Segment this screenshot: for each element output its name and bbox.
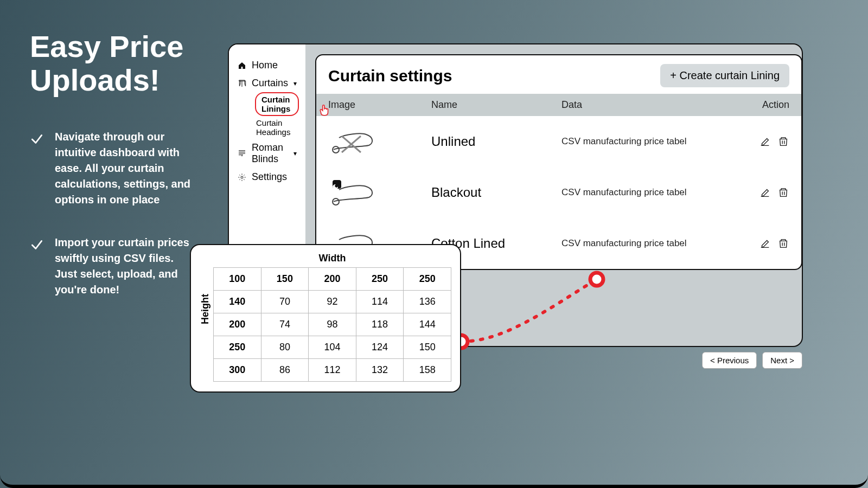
price-table-header-row: 100 150 200 250 250 (214, 268, 451, 291)
sidebar-item-roman-blinds[interactable]: Roman Blinds ▾ (235, 139, 299, 168)
price-cell: 80 (261, 336, 309, 359)
price-col-header: 250 (404, 268, 451, 291)
price-table-popup: Height Width 100 150 200 250 250 140 70 … (190, 244, 461, 393)
trash-icon[interactable] (777, 136, 789, 147)
sidebar-sub-curtain-linings[interactable]: Curtain Linings (255, 92, 299, 116)
lining-thumbnail (328, 179, 377, 206)
price-cell: 70 (261, 291, 309, 313)
col-image: Image (328, 99, 431, 111)
price-table: 100 150 200 250 250 140 70 92 114 136 20… (213, 267, 451, 382)
price-cell: 136 (404, 291, 451, 313)
price-row-header: 140 (214, 291, 261, 313)
sidebar-item-label: Settings (252, 171, 297, 183)
row-name: Blackout (431, 185, 561, 200)
price-cell: 74 (261, 313, 309, 336)
price-row-header: 300 (214, 359, 261, 382)
edit-icon[interactable] (759, 136, 771, 147)
promo-bullet-text: Import your curtain prices swiftly using… (55, 235, 198, 298)
check-icon (30, 129, 45, 146)
price-col-header: 250 (356, 268, 404, 291)
settings-panel: Curtain settings + Create curtain Lining… (315, 54, 802, 270)
gear-icon (238, 173, 246, 182)
svg-point-1 (333, 146, 339, 153)
home-icon (238, 61, 246, 70)
svg-point-3 (333, 198, 339, 205)
pointer-cursor-icon (317, 103, 331, 117)
pager: < Previous Next > (702, 352, 802, 369)
promo-section: Easy Price Uploads! Navigate through our… (30, 30, 198, 325)
price-table-row: 200 74 98 118 144 (214, 313, 451, 336)
col-name: Name (431, 99, 561, 111)
sidebar-item-label: Home (252, 60, 297, 71)
col-data: Data (561, 99, 741, 111)
price-cell: 144 (404, 313, 451, 336)
price-cell: 104 (309, 336, 356, 359)
sidebar-sub-curtain-headings[interactable]: Curtain Headings (255, 116, 299, 139)
price-cell: 112 (309, 359, 356, 382)
sidebar-item-curtains[interactable]: Curtains ▾ (235, 74, 299, 92)
previous-button[interactable]: < Previous (702, 352, 757, 369)
price-row-header: 250 (214, 336, 261, 359)
blinds-icon (238, 149, 246, 158)
price-table-row: 300 86 112 132 158 (214, 359, 451, 382)
edit-icon[interactable] (759, 237, 771, 249)
promo-headline: Easy Price Uploads! (30, 30, 198, 97)
lining-thumbnail (328, 128, 377, 155)
price-table-row: 250 80 104 124 150 (214, 336, 451, 359)
price-cell: 92 (309, 291, 356, 313)
promo-bullet-text: Navigate through our intuitive dashboard… (55, 129, 198, 208)
price-row-header: 200 (214, 313, 261, 336)
svg-point-0 (241, 176, 243, 178)
row-data: CSV manufacturing price tabel (561, 238, 741, 249)
sidebar-item-home[interactable]: Home (235, 56, 299, 74)
price-cell: 86 (261, 359, 309, 382)
table-header: Image Name Data Action (316, 94, 801, 116)
price-cell: 114 (356, 291, 404, 313)
row-data: CSV manufacturing price tabel (561, 187, 741, 198)
row-name: Unlined (431, 134, 561, 149)
next-button[interactable]: Next > (762, 352, 802, 369)
price-col-header: 150 (261, 268, 309, 291)
sidebar-item-label: Curtain Headings (256, 118, 290, 137)
price-table-ylabel: Height (200, 252, 211, 382)
sidebar-item-label: Curtain Linings (261, 95, 290, 113)
price-cell: 158 (404, 359, 451, 382)
sidebar-item-label: Curtains (252, 78, 288, 89)
price-cell: 150 (404, 336, 451, 359)
promo-bullet: Import your curtain prices swiftly using… (30, 235, 198, 298)
table-row: Blackout CSV manufacturing price tabel (316, 167, 801, 218)
col-action: Action (741, 99, 789, 111)
promo-bullet: Navigate through our intuitive dashboard… (30, 129, 198, 208)
curtain-icon (238, 79, 246, 88)
price-cell: 98 (309, 313, 356, 336)
page-title: Curtain settings (328, 67, 452, 85)
trash-icon[interactable] (777, 187, 789, 198)
price-cell: 124 (356, 336, 404, 359)
check-icon (30, 235, 45, 252)
row-data: CSV manufacturing price tabel (561, 136, 741, 147)
price-col-header: 100 (214, 268, 261, 291)
trash-icon[interactable] (777, 237, 789, 249)
chevron-down-icon: ▾ (293, 80, 297, 87)
table-row: Unlined CSV manufacturing price tabel (316, 116, 801, 167)
price-table-xlabel: Width (213, 252, 451, 267)
price-col-header: 200 (309, 268, 356, 291)
create-curtain-lining-button[interactable]: + Create curtain Lining (660, 64, 789, 87)
sidebar-item-settings[interactable]: Settings (235, 168, 299, 186)
edit-icon[interactable] (759, 187, 771, 198)
price-cell: 132 (356, 359, 404, 382)
price-cell: 118 (356, 313, 404, 336)
sidebar-item-label: Roman Blinds (252, 142, 288, 165)
chevron-down-icon: ▾ (293, 150, 297, 157)
price-table-row: 140 70 92 114 136 (214, 291, 451, 313)
